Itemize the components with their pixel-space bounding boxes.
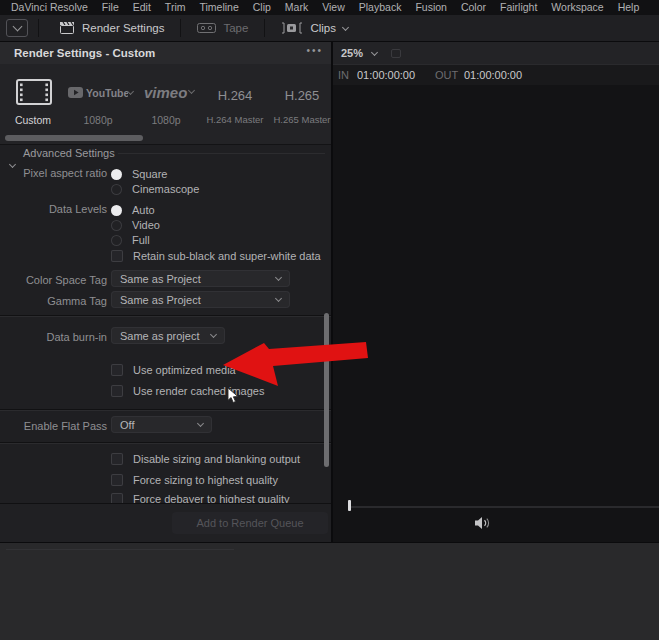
chevron-down-icon <box>275 274 282 281</box>
in-label: IN <box>338 69 349 81</box>
viewer-zoom-dropdown[interactable]: 25% <box>333 47 377 59</box>
checkbox-icon[interactable] <box>111 474 123 486</box>
checkbox-use-optimized-media[interactable]: Use optimized media <box>111 363 236 377</box>
chevron-down-icon <box>197 420 204 427</box>
toolbar-divider <box>264 19 265 37</box>
radio-icon[interactable] <box>111 220 122 231</box>
preset-label: Custom <box>4 114 62 126</box>
clips-button[interactable]: Clips <box>275 15 354 41</box>
preset-custom[interactable]: Custom <box>4 64 62 144</box>
menu-item-workspace[interactable]: Workspace <box>544 0 610 15</box>
clapperboard-icon <box>59 21 75 35</box>
data-burn-in-label: Data burn-in <box>0 331 107 343</box>
panel-expander-button[interactable] <box>6 19 28 37</box>
checkbox-label: Force sizing to highest quality <box>133 474 278 486</box>
render-settings-label: Render Settings <box>82 22 164 34</box>
menu-item-fusion[interactable]: Fusion <box>408 0 454 15</box>
tape-icon <box>197 22 216 34</box>
preset-label: H.265 Master <box>270 114 331 125</box>
menu-item-trim[interactable]: Trim <box>158 0 193 15</box>
data-burn-in-dropdown[interactable]: Same as project <box>111 327 225 344</box>
menu-item-clip[interactable]: Clip <box>246 0 278 15</box>
chevron-down-icon <box>371 48 378 55</box>
enable-flat-pass-label: Enable Flat Pass <box>0 420 107 432</box>
menu-item-playback[interactable]: Playback <box>352 0 409 15</box>
tape-button[interactable]: Tape <box>191 15 254 41</box>
radio-icon[interactable] <box>111 184 122 195</box>
section-divider <box>0 409 331 411</box>
menu-item-view[interactable]: View <box>315 0 352 15</box>
filmstrip-icon <box>16 79 52 105</box>
checkbox-icon[interactable] <box>111 250 123 262</box>
section-rule <box>118 153 325 154</box>
panel-options-icon[interactable]: ••• <box>306 45 323 56</box>
radio-icon[interactable] <box>111 205 122 216</box>
render-settings-button[interactable]: Render Settings <box>53 15 170 41</box>
checkbox-label: Retain sub-black and super-white data <box>133 250 321 262</box>
checkbox-force-sizing[interactable]: Force sizing to highest quality <box>111 473 278 487</box>
settings-scrollbar[interactable] <box>324 313 329 467</box>
preset-label: 1080p <box>64 114 132 126</box>
volume-icon[interactable] <box>474 516 490 530</box>
menu-item-fairlight[interactable]: Fairlight <box>493 0 544 15</box>
preset-scrollbar[interactable] <box>5 135 143 141</box>
clips-icon <box>281 22 303 34</box>
menu-item-mark[interactable]: Mark <box>278 0 315 15</box>
checkbox-icon[interactable] <box>111 493 123 503</box>
radio-label: Video <box>132 219 160 231</box>
toolbar-divider <box>180 19 181 37</box>
youtube-logo: YouTube <box>68 86 128 99</box>
checkbox-disable-sizing[interactable]: Disable sizing and blanking output <box>111 452 300 466</box>
menu-item-app[interactable]: DaVinci Resolve <box>4 0 95 15</box>
panel-footer: Add to Render Queue <box>0 503 331 542</box>
checkbox-icon[interactable] <box>111 364 123 376</box>
tape-label: Tape <box>223 22 248 34</box>
radio-icon[interactable] <box>111 235 122 246</box>
preset-youtube[interactable]: YouTube 1080p <box>64 64 132 144</box>
radio-video[interactable]: Video <box>111 218 160 232</box>
preset-label: 1080p <box>134 114 198 126</box>
viewer-option-icon[interactable] <box>391 49 401 58</box>
chevron-down-icon <box>127 88 134 95</box>
background-seam <box>6 549 234 550</box>
enable-flat-pass-dropdown[interactable]: Off <box>111 416 212 433</box>
chevron-down-icon <box>275 295 282 302</box>
radio-cinemascope[interactable]: Cinemascope <box>111 182 199 196</box>
preset-h265[interactable]: H.265 H.265 Master <box>270 64 331 144</box>
gamma-tag-dropdown[interactable]: Same as Project <box>111 291 290 308</box>
checkbox-label: Use optimized media <box>133 364 236 376</box>
radio-full[interactable]: Full <box>111 233 150 247</box>
menu-item-file[interactable]: File <box>95 0 126 15</box>
radio-label: Full <box>132 234 150 246</box>
radio-square[interactable]: Square <box>111 167 167 181</box>
color-space-tag-dropdown[interactable]: Same as Project <box>111 270 290 287</box>
checkbox-retain-subblack[interactable]: Retain sub-black and super-white data <box>111 249 321 263</box>
advanced-settings-header[interactable]: Advanced Settings <box>23 147 115 159</box>
out-timecode: 01:00:00:00 <box>464 69 522 81</box>
menu-item-color[interactable]: Color <box>454 0 493 15</box>
checkbox-icon[interactable] <box>111 453 123 465</box>
checkbox-icon[interactable] <box>111 385 123 397</box>
checkbox-label: Force debayer to highest quality <box>133 493 290 503</box>
menu-item-timeline[interactable]: Timeline <box>192 0 245 15</box>
menu-item-help[interactable]: Help <box>611 0 647 15</box>
radio-auto[interactable]: Auto <box>111 203 155 217</box>
add-to-render-queue-button[interactable]: Add to Render Queue <box>172 512 328 534</box>
checkbox-force-debayer[interactable]: Force debayer to highest quality <box>111 492 290 503</box>
preset-vimeo[interactable]: vimeo 1080p <box>134 64 198 144</box>
timeline-scrubber[interactable] <box>350 506 659 508</box>
render-settings-panel: Render Settings - Custom ••• Custom YouT… <box>0 42 331 542</box>
radio-icon[interactable] <box>111 169 122 180</box>
viewer-panel: 25% IN 01:00:00:00 OUT 01:00:00:00 <box>333 42 659 542</box>
radio-label: Square <box>132 168 167 180</box>
section-divider <box>0 315 331 317</box>
menu-item-edit[interactable]: Edit <box>126 0 158 15</box>
codec-title: H.264 <box>202 88 268 103</box>
preset-h264[interactable]: H.264 H.264 Master <box>202 64 268 144</box>
chevron-down-icon <box>210 331 217 338</box>
chevron-down-icon <box>12 21 22 31</box>
in-out-bar: IN 01:00:00:00 OUT 01:00:00:00 <box>333 64 659 85</box>
settings-list: Advanced Settings Pixel aspect ratio Squ… <box>0 145 331 503</box>
playhead-marker[interactable] <box>348 500 351 511</box>
checkbox-use-render-cached[interactable]: Use render cached images <box>111 384 264 398</box>
